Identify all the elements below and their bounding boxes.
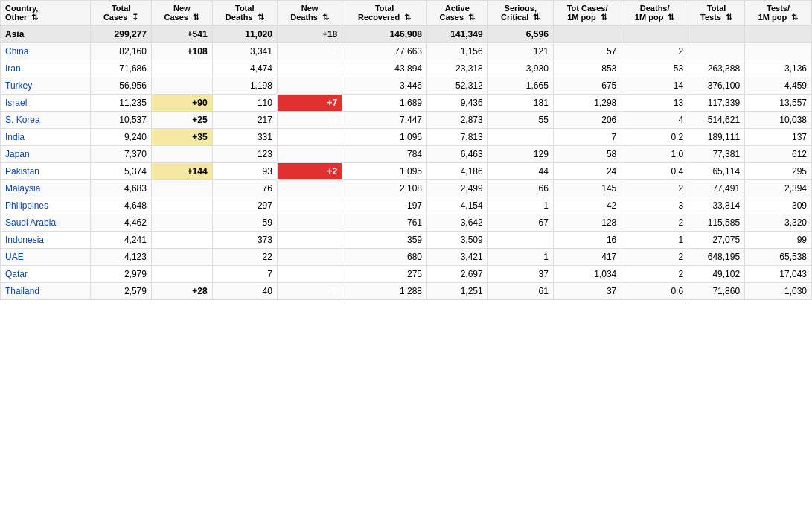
deaths-per1m-cell: 1	[621, 232, 688, 249]
country-link[interactable]: Saudi Arabia	[5, 217, 56, 228]
active-cases-cell: 23,318	[427, 60, 488, 77]
total-recovered-cell: 1,096	[342, 129, 427, 146]
tot-cases-per1m-cell: 7	[553, 129, 621, 146]
header-tot-cases-per-1m[interactable]: Tot Cases/1M pop ⇅	[553, 1, 621, 26]
serious-critical-cell: 1	[487, 249, 553, 266]
table-row: Thailand2,579+2840+21,2881,25161370.671,…	[1, 283, 812, 300]
country-link[interactable]: Japan	[5, 149, 30, 159]
new-deaths-cell	[277, 146, 342, 163]
new-cases-cell: +35	[151, 129, 212, 146]
country-link[interactable]: UAE	[5, 252, 24, 262]
total-recovered-cell: 1,288	[342, 283, 427, 300]
header-new-cases[interactable]: NewCases ⇅	[151, 1, 212, 26]
tot-cases-per1m-cell: 417	[553, 249, 621, 266]
serious-critical-cell: 55	[487, 112, 553, 129]
total-tests-cell: 71,860	[688, 283, 745, 300]
deaths-per1m-cell: 53	[621, 60, 688, 77]
country-link[interactable]: Israel	[5, 98, 27, 108]
total-cases-cell: 4,241	[91, 232, 152, 249]
sort-icon-country: ⇅	[31, 13, 38, 22]
country-cell: Thailand	[1, 283, 91, 300]
total-tests-cell: 115,585	[688, 214, 745, 232]
deaths-per1m-cell: 2	[621, 266, 688, 283]
new-cases-cell	[151, 60, 212, 77]
total-deaths-cell: 217	[212, 112, 277, 129]
country-link[interactable]: Malaysia	[5, 183, 40, 194]
total-deaths-cell: 373	[212, 232, 277, 249]
sort-icon-total-recovered: ⇅	[404, 13, 411, 22]
total-deaths-cell: 22	[212, 249, 277, 266]
tests-per1m-cell: 13,557	[745, 95, 812, 112]
new-cases-cell	[151, 214, 212, 232]
tests-per1m-cell: 65,538	[745, 249, 812, 266]
header-total-deaths[interactable]: TotalDeaths ⇅	[212, 1, 277, 26]
total-tests-cell: 189,111	[688, 129, 745, 146]
country-link[interactable]: Pakistan	[5, 166, 39, 176]
header-tests-per-1m[interactable]: Tests/1M pop ⇅	[745, 1, 812, 26]
total-tests-cell: 376,100	[688, 77, 745, 95]
table-row: Qatar2,97972752,697371,034249,10217,043	[1, 266, 812, 283]
table-row: Japan7,3701237846,463129581.077,381612	[1, 146, 812, 163]
deaths-per1m-cell: 0.4	[621, 163, 688, 180]
sort-icon-serious-critical: ⇅	[533, 13, 540, 22]
new-cases-cell: +108	[151, 43, 212, 60]
country-link[interactable]: Indonesia	[5, 235, 44, 245]
total-recovered-cell: 43,894	[342, 60, 427, 77]
table-row: Indonesia4,2413733593,50916127,07599	[1, 232, 812, 249]
active-cases-cell: 1,156	[427, 43, 488, 60]
header-total-recovered[interactable]: TotalRecovered ⇅	[342, 1, 427, 26]
deaths-per1m-cell: 0.6	[621, 283, 688, 300]
table-row: Saudi Arabia4,462597613,642671282115,585…	[1, 214, 812, 232]
serious-critical-cell: 181	[487, 95, 553, 112]
serious-critical-cell: 1	[487, 197, 553, 214]
tot-cases-per1m-cell: 58	[553, 146, 621, 163]
country-link[interactable]: Qatar	[5, 269, 28, 279]
sort-icon-total-tests: ⇅	[726, 13, 732, 22]
header-total-cases[interactable]: TotalCases ↧	[91, 1, 152, 26]
active-cases-cell: 6,463	[427, 146, 488, 163]
country-cell: Pakistan	[1, 163, 91, 180]
country-link[interactable]: India	[5, 132, 25, 142]
tests-per1m-cell: 3,320	[745, 214, 812, 232]
total-tests-cell: 77,381	[688, 146, 745, 163]
country-cell: Saudi Arabia	[1, 214, 91, 232]
total-deaths-cell: 4,474	[212, 60, 277, 77]
total-deaths-cell: 40	[212, 283, 277, 300]
header-active-cases[interactable]: ActiveCases ⇅	[427, 1, 488, 26]
header-new-deaths[interactable]: NewDeaths ⇅	[277, 1, 342, 26]
serious-critical-cell: 3,930	[487, 60, 553, 77]
total-tests-cell: 514,621	[688, 112, 745, 129]
total-deaths-cell: 1,198	[212, 77, 277, 95]
new-cases-cell	[151, 232, 212, 249]
country-link[interactable]: S. Korea	[5, 115, 40, 125]
total-tests-cell: 33,814	[688, 197, 745, 214]
sort-icon-total-deaths: ⇅	[258, 13, 264, 22]
total-cases-cell: 11,235	[91, 95, 152, 112]
total-cases-cell: 2,579	[91, 283, 152, 300]
header-country[interactable]: Country,Other ⇅	[1, 1, 91, 26]
country-link[interactable]: China	[5, 46, 28, 57]
country-link[interactable]: Turkey	[5, 80, 32, 91]
deaths-per1m-cell: 14	[621, 77, 688, 95]
header-total-tests[interactable]: TotalTests ⇅	[688, 1, 745, 26]
active-cases-cell: 4,154	[427, 197, 488, 214]
header-serious-critical[interactable]: Serious,Critical ⇅	[487, 1, 553, 26]
total-cases-cell: 7,370	[91, 146, 152, 163]
total-recovered-cell: 77,663	[342, 43, 427, 60]
deaths-per1m-cell: 13	[621, 95, 688, 112]
tot-cases-per1m-cell: 206	[553, 112, 621, 129]
tests-per1m-cell: 295	[745, 163, 812, 180]
country-link[interactable]: Iran	[5, 63, 21, 74]
serious-critical-cell: 67	[487, 214, 553, 232]
country-link[interactable]: Thailand	[5, 286, 39, 296]
table-row: Iran71,6864,47443,89423,3183,93085353263…	[1, 60, 812, 77]
tot-cases-per1m-cell: 128	[553, 214, 621, 232]
country-link[interactable]: Philippines	[5, 200, 48, 211]
tot-cases-per1m-cell: 145	[553, 180, 621, 197]
table-row: China82,160+1083,341+277,6631,156121572	[1, 43, 812, 60]
total-tests-cell	[688, 43, 745, 60]
header-deaths-per-1m[interactable]: Deaths/1M pop ⇅	[621, 1, 688, 26]
total-tests-cell: 65,114	[688, 163, 745, 180]
tests-per1m-cell: 99	[745, 232, 812, 249]
active-cases-cell: 52,312	[427, 77, 488, 95]
